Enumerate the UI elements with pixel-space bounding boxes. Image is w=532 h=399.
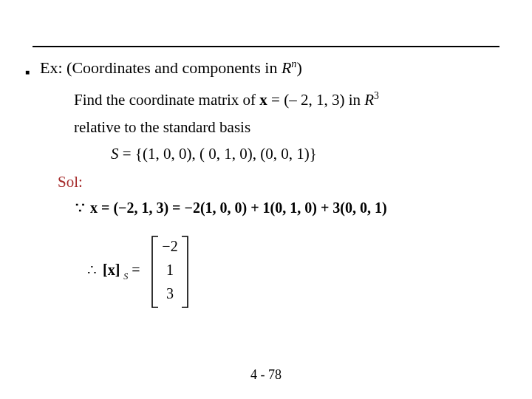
matrix-entry-1: 1 (166, 262, 174, 278)
matrix-entry-0: −2 (162, 238, 177, 254)
problem-line1-a: Find the coordinate matrix of (74, 91, 259, 109)
right-bracket-icon (182, 236, 188, 307)
equals-sign: = (132, 262, 140, 278)
svg-text:∵
      x = (−2,  1,  3) = −2(: ∵ x = (−2, 1, 3) = −2(1, 0, 0) + 1(0, 1,… (75, 200, 387, 216)
problem-basis-set: = {(1, 0, 0), ( 0, 1, 0), (0, 0, 1)} (119, 145, 317, 163)
svg-text:∴
      [x]
      S
       =: ∴ [x] S = (87, 262, 140, 282)
problem-space-symbol: R (364, 91, 374, 109)
problem-line2-text: relative to the standard basis (74, 118, 250, 136)
solution-label: Sol: (58, 173, 83, 191)
bracket-subscript: S (123, 271, 128, 282)
bracket-x: [x] (103, 262, 120, 278)
bullet-icon: ■ (25, 68, 30, 76)
problem-line-3: S = {(1, 0, 0), ( 0, 1, 0), (0, 0, 1)} (111, 145, 317, 163)
problem-vector-x: x (259, 91, 267, 109)
example-title: Ex: (Coordinates and components in Rn) (40, 58, 302, 78)
title-space-symbol: R (282, 58, 291, 77)
problem-line-1: Find the coordinate matrix of x = (– 2, … (74, 90, 379, 109)
therefore-icon: ∴ (87, 262, 97, 278)
problem-line1-b: = (– 2, 1, 3) in (267, 91, 364, 109)
because-icon: ∵ (75, 200, 85, 216)
problem-space-superscript: 3 (374, 90, 379, 101)
problem-line-2: relative to the standard basis (74, 118, 250, 137)
problem-basis-symbol: S (111, 145, 119, 163)
horizontal-rule (33, 46, 499, 47)
matrix-entry-2: 3 (166, 285, 174, 301)
page-number: 4 - 78 (0, 367, 532, 383)
left-bracket-icon (152, 236, 158, 307)
title-prefix: Ex: (Coordinates and components in (40, 58, 282, 77)
title-space-superscript: n (291, 58, 296, 69)
math-line: x = (−2, 1, 3) = −2(1, 0, 0) + 1(0, 1, 0… (90, 200, 387, 216)
math-equation-2: ∴ [x] S = −2 1 3 (87, 228, 213, 316)
slide: ■ Ex: (Coordinates and components in Rn)… (0, 0, 532, 399)
math-equation-1: ∵ x = (−2, 1, 3) = −2(1, 0, 0) + 1(0, 1,… (75, 198, 489, 219)
title-suffix: ) (297, 58, 302, 77)
